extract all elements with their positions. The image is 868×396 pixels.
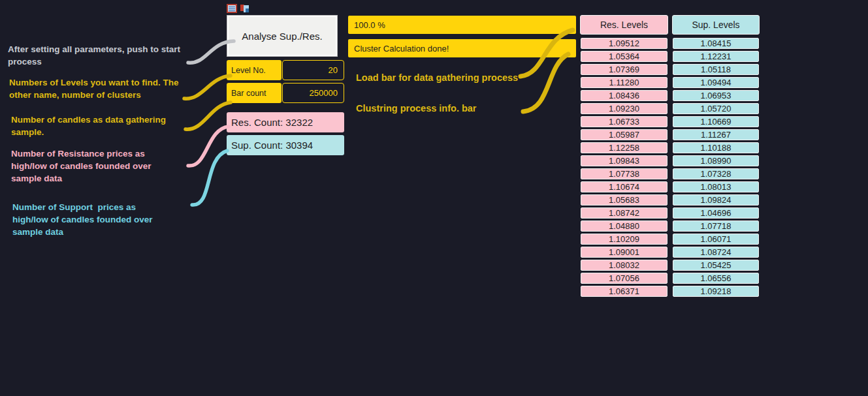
arrow-candles-to-barcount: [185, 102, 231, 129]
sup-level-cell: 1.04696: [673, 207, 759, 219]
res-level-cell: 1.05683: [581, 194, 667, 206]
res-levels-header: Res. Levels: [580, 15, 668, 35]
res-level-cell: 1.10209: [581, 234, 667, 245]
res-level-cell: 1.08032: [581, 260, 667, 271]
sup-level-cell: 1.09494: [673, 77, 759, 88]
sup-level-cell: 1.12231: [673, 51, 759, 62]
res-level-cell: 1.08742: [581, 207, 667, 219]
sup-level-cell: 1.08415: [673, 38, 759, 49]
sup-count-box: Sup. Count: 30394: [227, 135, 344, 155]
table-icon[interactable]: [227, 4, 237, 13]
res-level-cell: 1.05364: [581, 51, 667, 62]
sup-level-cell: 1.06953: [673, 90, 759, 101]
bar-count-label: Bar count: [227, 83, 281, 103]
res-level-cell: 1.04880: [581, 221, 667, 232]
res-level-cell: 1.11280: [581, 77, 667, 88]
support-note: Number of Support prices as high/low of …: [12, 201, 153, 238]
sup-level-cell: 1.09824: [673, 194, 759, 206]
sup-level-cell: 1.05118: [673, 64, 759, 75]
sup-level-cell: 1.05425: [673, 260, 759, 271]
load-progress-bar: 100.0 %: [348, 16, 576, 34]
levels-note: Numbers of Levels you want to find. The …: [9, 76, 179, 101]
res-level-cell: 1.09001: [581, 247, 667, 258]
res-level-cell: 1.05987: [581, 129, 667, 140]
res-level-cell: 1.09512: [581, 38, 667, 49]
res-level-cell: 1.06733: [581, 116, 667, 127]
level-no-input[interactable]: 20: [282, 60, 344, 80]
sup-level-cell: 1.09218: [673, 286, 759, 297]
sup-level-cell: 1.10188: [673, 142, 759, 153]
sup-level-cell: 1.08724: [673, 247, 759, 258]
sup-level-cell: 1.06556: [673, 273, 759, 284]
candles-note: Number of candles as data gathering samp…: [11, 114, 166, 138]
res-level-cell: 1.12258: [581, 142, 667, 153]
sup-level-cell: 1.05720: [673, 103, 759, 114]
resistance-note: Number of Resistance prices as high/low …: [11, 147, 152, 185]
res-count-box: Res. Count: 32322: [227, 112, 344, 132]
arrow-levels-to-levelno: [184, 76, 231, 99]
analyse-sup-res-button[interactable]: Analyse Sup./Res.: [227, 15, 338, 57]
level-no-label: Level No.: [227, 60, 281, 80]
bar-count-input[interactable]: 250000: [282, 83, 344, 103]
res-level-cell: 1.10674: [581, 181, 667, 192]
res-level-cell: 1.07738: [581, 168, 667, 179]
arrow-support-to-supcount: [192, 151, 227, 205]
sup-level-cell: 1.07328: [673, 168, 759, 179]
res-level-cell: 1.07056: [581, 273, 667, 284]
save-template-icon[interactable]: [240, 4, 249, 13]
sup-level-cell: 1.08990: [673, 155, 759, 166]
sup-level-cell: 1.07718: [673, 221, 759, 232]
sup-level-cell: 1.11267: [673, 129, 759, 140]
res-level-cell: 1.07369: [581, 64, 667, 75]
sup-level-cell: 1.06071: [673, 234, 759, 245]
res-level-cell: 1.08436: [581, 90, 667, 101]
sup-levels-column: 1.08415 1.12231 1.05118 1.09494 1.06953 …: [673, 38, 759, 299]
sup-res-analyzer-panel: Analyse Sup./Res. Level No. 20 Bar count…: [0, 0, 868, 396]
res-level-cell: 1.09230: [581, 103, 667, 114]
load-bar-note: Load bar for data gathering process: [356, 72, 518, 84]
sup-levels-header: Sup. Levels: [672, 15, 760, 35]
res-level-cell: 1.09843: [581, 155, 667, 166]
res-levels-column: 1.09512 1.05364 1.07369 1.11280 1.08436 …: [581, 38, 667, 299]
sup-level-cell: 1.10669: [673, 116, 759, 127]
sup-level-cell: 1.08013: [673, 181, 759, 192]
cluster-bar-note: Clustring process info. bar: [356, 102, 477, 115]
arrow-resistance-to-rescount: [188, 127, 229, 166]
res-level-cell: 1.06371: [581, 286, 667, 297]
start-process-note: After setting all parameters, push to st…: [8, 43, 180, 68]
arrow-note-to-clusterbar: [523, 54, 568, 112]
cluster-info-bar: Cluster Calculation done!: [348, 39, 576, 57]
